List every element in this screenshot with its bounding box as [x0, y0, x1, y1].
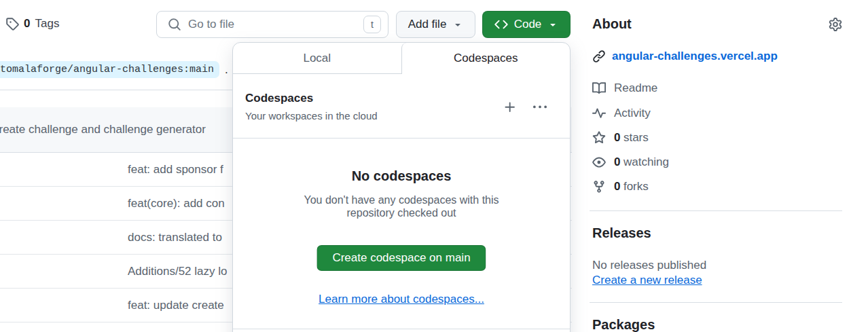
- stars-count: 0: [614, 131, 620, 144]
- link-icon: [592, 50, 606, 63]
- search-icon: [168, 18, 181, 31]
- code-dropdown-panel: Local Codespaces Codespaces Your workspa…: [232, 42, 571, 332]
- commit-message: feat: update create: [128, 299, 224, 312]
- code-button[interactable]: Code: [482, 11, 571, 38]
- sidebar-item-label: Activity: [614, 107, 651, 120]
- watching-count: 0: [614, 155, 620, 168]
- dropdown-divider: [233, 329, 570, 329]
- no-codespaces-line2: repository checked out: [233, 206, 570, 219]
- sidebar-item-label: watching: [623, 155, 669, 168]
- branch-notice-suffix: .: [225, 63, 228, 77]
- releases-empty-text: No releases published: [592, 259, 706, 272]
- sidebar-divider: [590, 210, 842, 211]
- tags-count: 0: [24, 17, 30, 31]
- go-to-file-search[interactable]: t: [156, 11, 388, 38]
- sidebar-item-watching[interactable]: 0 watching: [592, 155, 669, 169]
- website-link[interactable]: angular-challenges.vercel.app: [612, 50, 778, 63]
- tags-label: Tags: [35, 17, 59, 31]
- tag-icon: [5, 17, 19, 31]
- commit-message: feat(core): add con: [128, 197, 225, 210]
- commit-message: feat: add sponsor f: [128, 163, 223, 177]
- sidebar-item-stars[interactable]: 0 stars: [592, 131, 649, 145]
- section-divider: [0, 90, 232, 90]
- plus-icon[interactable]: [503, 100, 517, 114]
- about-heading: About: [592, 16, 632, 32]
- sidebar-item-label: forks: [623, 180, 649, 193]
- go-to-file-input[interactable]: [188, 18, 363, 31]
- tab-codespaces-label: Codespaces: [454, 52, 518, 65]
- chevron-down-icon: [452, 19, 463, 30]
- tab-codespaces[interactable]: Codespaces: [401, 43, 571, 74]
- tags-link[interactable]: 0 Tags: [5, 17, 59, 31]
- commit-message: docs: translated to: [128, 231, 222, 244]
- pulse-icon: [592, 107, 606, 120]
- sidebar-item-activity[interactable]: Activity: [592, 107, 651, 120]
- no-codespaces-title: No codespaces: [233, 168, 570, 184]
- branch-notice: tomalaforge/angular-challenges:main .: [0, 61, 228, 78]
- packages-heading: Packages: [592, 317, 655, 332]
- shortcut-key-badge: t: [363, 16, 381, 33]
- branch-ref-link[interactable]: tomalaforge/angular-challenges:main: [0, 61, 219, 78]
- codespaces-subtitle: Your workspaces in the cloud: [245, 110, 378, 122]
- eye-icon: [592, 155, 606, 169]
- star-icon: [592, 131, 606, 145]
- releases-heading: Releases: [592, 225, 651, 241]
- code-dropdown-tabs: Local Codespaces: [233, 43, 570, 74]
- dropdown-divider: [233, 138, 570, 139]
- code-label: Code: [514, 18, 542, 31]
- sidebar-item-label: stars: [623, 131, 649, 144]
- book-icon: [592, 81, 606, 95]
- tab-local[interactable]: Local: [233, 43, 401, 74]
- codespaces-heading: Codespaces: [245, 92, 313, 105]
- commit-message: Additions/52 lazy lo: [128, 265, 227, 278]
- fork-icon: [592, 180, 606, 193]
- kebab-menu-icon[interactable]: [533, 100, 547, 114]
- tab-local-label: Local: [303, 52, 331, 65]
- create-release-link[interactable]: Create a new release: [592, 274, 702, 287]
- sidebar-item-label: Readme: [614, 81, 657, 95]
- sidebar-item-forks[interactable]: 0 forks: [592, 180, 649, 193]
- forks-count: 0: [614, 180, 620, 193]
- chevron-down-icon: [547, 19, 558, 30]
- repo-code-page: 0 Tags t Add file Code tomalaforge/angul…: [0, 0, 868, 332]
- sidebar-item-readme[interactable]: Readme: [592, 81, 657, 95]
- gear-icon[interactable]: [829, 18, 842, 31]
- create-codespace-button[interactable]: Create codespace on main: [317, 245, 486, 271]
- no-codespaces-line1: You don't have any codespaces with this: [233, 193, 570, 206]
- add-file-label: Add file: [408, 18, 447, 31]
- add-file-button[interactable]: Add file: [396, 11, 475, 38]
- no-codespaces-description: You don't have any codespaces with this …: [233, 193, 570, 219]
- repo-website-row[interactable]: angular-challenges.vercel.app: [592, 50, 778, 63]
- code-icon: [494, 18, 508, 31]
- learn-more-link[interactable]: Learn more about codespaces...: [319, 293, 484, 306]
- sidebar-divider: [590, 302, 842, 303]
- latest-commit-message: create challenge and challenge generator: [0, 123, 206, 136]
